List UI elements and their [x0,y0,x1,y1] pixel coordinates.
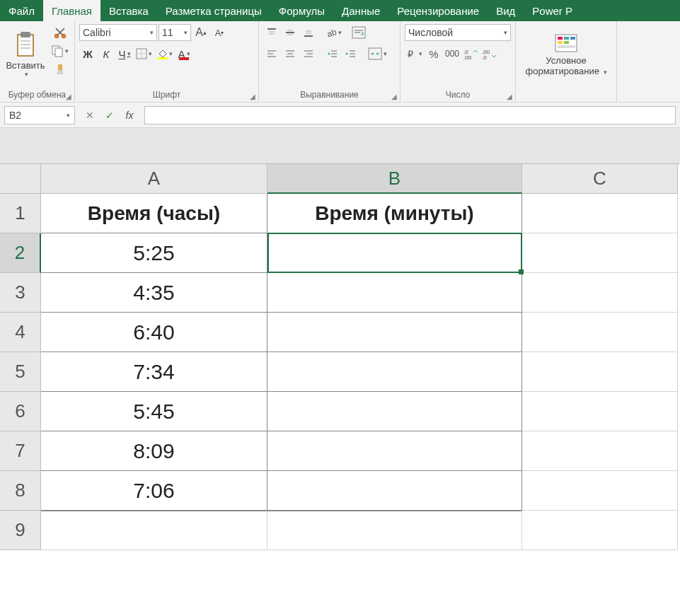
cell-C9[interactable] [522,511,678,550]
format-painter-button[interactable] [50,61,70,78]
formula-input[interactable] [144,106,676,124]
dialog-launcher-icon[interactable]: ◢ [391,93,397,100]
underline-button[interactable]: Ч▾ [116,45,133,62]
increase-decimal-button[interactable]: ,0,00 [462,45,479,62]
row-header-6[interactable]: 6 [0,392,41,431]
cell-A6[interactable]: 5:45 [41,392,267,431]
row-header-4[interactable]: 4 [0,313,41,352]
align-right-button[interactable] [300,45,317,62]
number-format-value: Числовой [408,27,453,38]
dialog-launcher-icon[interactable]: ◢ [66,93,71,100]
insert-function-button[interactable]: fx [120,106,139,124]
tab-review[interactable]: Рецензирование [388,0,488,21]
row-header-3[interactable]: 3 [0,273,41,313]
tab-view[interactable]: Вид [488,0,524,21]
tab-home[interactable]: Главная [43,0,100,21]
paste-button[interactable]: Вставить ▾ [4,24,47,84]
name-box[interactable]: B2▾ [4,106,75,124]
cell-C5[interactable] [522,352,678,392]
dialog-launcher-icon[interactable]: ◢ [250,93,255,100]
accounting-format-button[interactable]: ₽▾ [405,45,424,62]
cell-C2[interactable] [522,233,678,273]
cut-button[interactable] [50,24,70,41]
cell-C1[interactable] [522,194,678,233]
orientation-button[interactable]: ab▾ [324,24,343,41]
svg-rect-9 [58,64,62,70]
cell-A1[interactable]: Время (часы) [41,194,267,233]
bold-button[interactable]: Ж [79,45,96,62]
merge-cells-button[interactable]: ▾ [367,45,388,62]
cell-A4[interactable]: 6:40 [41,313,267,352]
align-center-button[interactable] [282,45,299,62]
cell-A8[interactable]: 7:06 [41,471,267,511]
number-format-combo[interactable]: Числовой▾ [405,24,511,41]
decrease-font-button[interactable]: A▾ [211,24,228,41]
cell-A5[interactable]: 7:34 [41,352,267,392]
row-header-1[interactable]: 1 [0,194,41,233]
cell-B6[interactable] [267,392,522,431]
increase-font-button[interactable]: A▴ [192,24,209,41]
cell-A2[interactable]: 5:25 [41,233,267,273]
cell-A9[interactable] [41,511,267,550]
cell-B3[interactable] [267,273,522,313]
dialog-launcher-icon[interactable]: ◢ [507,93,512,100]
increase-indent-button[interactable] [342,45,359,62]
tab-file[interactable]: Файл [0,0,43,21]
svg-text:,0: ,0 [482,54,487,59]
column-header-B[interactable]: B [267,164,522,194]
cell-B1[interactable]: Время (минуты) [267,194,522,233]
comma-format-button[interactable]: 000 [444,45,461,62]
conditional-formatting-button[interactable]: Условное форматирование ▾ [520,24,612,84]
wrap-text-button[interactable] [350,24,367,41]
column-header-C[interactable]: C [522,164,678,194]
decrease-indent-button[interactable] [324,45,341,62]
cell-C3[interactable] [522,273,678,313]
cell-B4[interactable] [267,313,522,352]
svg-rect-3 [21,44,30,45]
row-header-8[interactable]: 8 [0,471,41,511]
align-bottom-button[interactable] [300,24,317,41]
cell-B5[interactable] [267,352,522,392]
row-header-7[interactable]: 7 [0,431,41,471]
tab-data[interactable]: Данные [333,0,388,21]
align-right-icon [303,48,314,59]
copy-button[interactable]: ▾ [50,42,70,59]
svg-rect-13 [158,57,168,59]
row-header-5[interactable]: 5 [0,352,41,392]
cell-A7[interactable]: 8:09 [41,431,267,471]
decrease-decimal-button[interactable]: ,00,0 [480,45,497,62]
cell-B8[interactable] [267,471,522,511]
cell-B9[interactable] [267,511,522,550]
column-header-A[interactable]: A [41,164,267,194]
row-header-2[interactable]: 2 [0,233,41,273]
select-all-corner[interactable] [0,164,41,194]
cell-A3[interactable]: 4:35 [41,273,267,313]
cancel-formula-button[interactable]: ✕ [81,106,99,124]
tab-powerpivot[interactable]: Power P [524,0,581,21]
align-middle-button[interactable] [282,24,299,41]
row-header-9[interactable]: 9 [0,511,41,550]
font-name-combo[interactable]: Calibri▾ [79,24,157,41]
cell-C7[interactable] [522,431,678,471]
cell-C8[interactable] [522,471,678,511]
group-number-label: Число [446,90,471,100]
enter-formula-button[interactable]: ✓ [100,106,119,124]
align-left-button[interactable] [263,45,280,62]
italic-button[interactable]: К [98,45,115,62]
tab-insert[interactable]: Вставка [100,0,157,21]
cell-B7[interactable] [267,431,522,471]
cell-C4[interactable] [522,313,678,352]
percent-format-button[interactable]: % [425,45,442,62]
cell-B2[interactable] [267,233,522,273]
cell-C6[interactable] [522,392,678,431]
align-top-icon [266,27,277,38]
align-top-button[interactable] [263,24,280,41]
chevron-down-icon: ▾ [384,50,387,57]
fill-color-button[interactable]: ▾ [155,45,174,62]
font-color-button[interactable]: A▾ [175,45,192,62]
tab-formulas[interactable]: Формулы [270,0,333,21]
borders-button[interactable]: ▾ [134,45,154,62]
tab-page-layout[interactable]: Разметка страницы [157,0,270,21]
font-size-combo[interactable]: 11▾ [159,24,191,41]
align-left-icon [266,48,277,59]
